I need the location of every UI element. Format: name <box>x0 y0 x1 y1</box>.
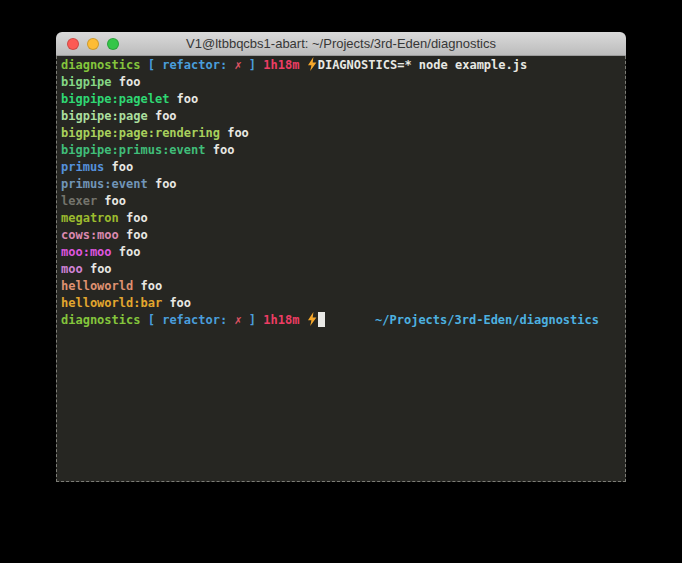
terminal-line: bigpipe:page foo <box>61 108 621 125</box>
terminal-text-segment: foo <box>177 92 199 106</box>
terminal-text-segment: primus <box>61 160 112 174</box>
terminal-text-segment: 1h18m <box>263 58 306 72</box>
terminal-text-segment: moo:moo <box>61 245 119 259</box>
terminal-line: diagnostics [ refactor: ✗ ] 1h18m DIAGNO… <box>61 57 621 74</box>
terminal-text-segment: foo <box>119 75 141 89</box>
terminal-text-segment: [ refactor: <box>148 313 235 327</box>
terminal-text-segment: foo <box>104 194 126 208</box>
lightning-bolt-icon <box>307 57 317 71</box>
terminal-text-segment: foo <box>155 109 177 123</box>
terminal-line: bigpipe:page:rendering foo <box>61 125 621 142</box>
terminal-window: V1@ltbbqcbs1-abart: ~/Projects/3rd-Eden/… <box>56 32 626 482</box>
terminal-text-segment: foo <box>112 160 134 174</box>
terminal-line: cows:moo foo <box>61 227 621 244</box>
terminal-text-segment: bigpipe <box>61 75 119 89</box>
terminal-text-segment: foo <box>126 228 148 242</box>
traffic-lights <box>67 38 119 50</box>
terminal-line: primus foo <box>61 159 621 176</box>
terminal-line: bigpipe foo <box>61 74 621 91</box>
terminal-line: helloworld foo <box>61 278 621 295</box>
terminal-line: moo foo <box>61 261 621 278</box>
terminal-line: primus:event foo <box>61 176 621 193</box>
terminal-text-segment: bigpipe:page <box>61 109 155 123</box>
zoom-button[interactable] <box>107 38 119 50</box>
terminal-text-segment: bigpipe:page:rendering <box>61 126 227 140</box>
terminal-text-segment: foo <box>140 279 162 293</box>
text-cursor <box>318 312 325 327</box>
desktop: { "window": { "title": "V1@ltbbqcbs1-aba… <box>0 0 682 563</box>
terminal-text-segment: helloworld:bar <box>61 296 169 310</box>
terminal-text-segment: ✗ <box>234 313 241 327</box>
right-prompt-path: ~/Projects/3rd-Eden/diagnostics <box>375 312 599 329</box>
minimize-button[interactable] <box>87 38 99 50</box>
terminal-text-segment: [ refactor: <box>148 58 235 72</box>
terminal-text-segment: foo <box>169 296 191 310</box>
terminal-line: bigpipe:pagelet foo <box>61 91 621 108</box>
terminal-line: bigpipe:primus:event foo <box>61 142 621 159</box>
terminal-text-segment: foo <box>119 245 141 259</box>
terminal-text-segment: bigpipe:pagelet <box>61 92 177 106</box>
terminal-line: megatron foo <box>61 210 621 227</box>
terminal-line: helloworld:bar foo <box>61 295 621 312</box>
terminal-line: lexer foo <box>61 193 621 210</box>
terminal-text-segment: 1h18m <box>263 313 306 327</box>
terminal-text-segment: ] <box>242 313 264 327</box>
terminal-text-segment: foo <box>126 211 148 225</box>
close-button[interactable] <box>67 38 79 50</box>
terminal-text-segment: diagnostics <box>61 313 148 327</box>
terminal-text-segment: foo <box>90 262 112 276</box>
window-titlebar[interactable]: V1@ltbbqcbs1-abart: ~/Projects/3rd-Eden/… <box>56 32 626 56</box>
terminal-text-segment: primus:event <box>61 177 155 191</box>
terminal-text-segment: lexer <box>61 194 104 208</box>
terminal-text-segment: cows:moo <box>61 228 126 242</box>
terminal-text-segment: DIAGNOSTICS=* node example.js <box>318 58 528 72</box>
terminal-text-segment: foo <box>227 126 249 140</box>
terminal-text-segment: moo <box>61 262 90 276</box>
terminal-text-segment: megatron <box>61 211 126 225</box>
terminal-line: diagnostics [ refactor: ✗ ] 1h18m ~/Proj… <box>61 312 621 329</box>
terminal-output[interactable]: diagnostics [ refactor: ✗ ] 1h18m DIAGNO… <box>56 56 626 482</box>
terminal-text-segment: ] <box>242 58 264 72</box>
terminal-text-segment: diagnostics <box>61 58 148 72</box>
terminal-text-segment: foo <box>213 143 235 157</box>
terminal-text-segment: foo <box>155 177 177 191</box>
window-title: V1@ltbbqcbs1-abart: ~/Projects/3rd-Eden/… <box>56 32 626 55</box>
terminal-text-segment: ✗ <box>234 58 241 72</box>
lightning-bolt-icon <box>307 312 317 326</box>
terminal-text-segment: bigpipe:primus:event <box>61 143 213 157</box>
terminal-text-segment: helloworld <box>61 279 140 293</box>
terminal-line: moo:moo foo <box>61 244 621 261</box>
